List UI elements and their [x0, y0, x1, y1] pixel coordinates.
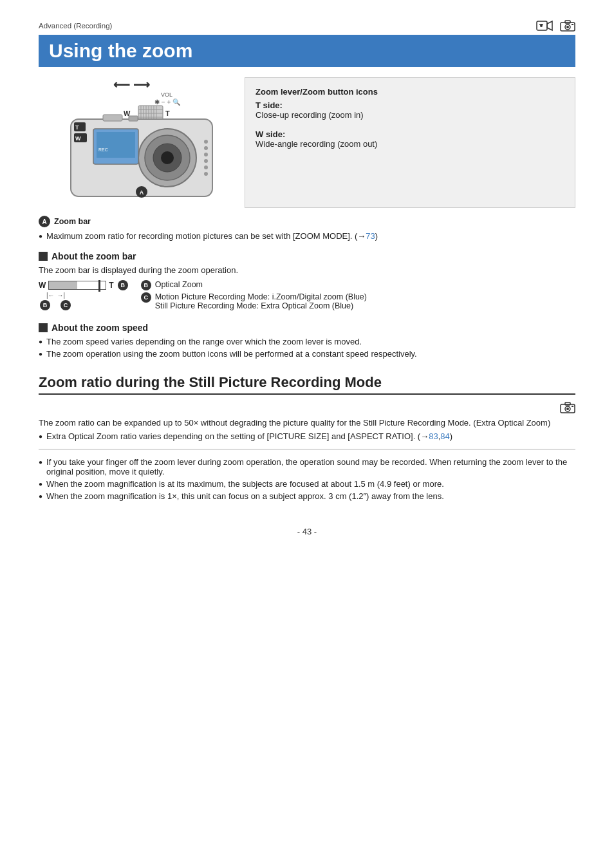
- note-bullet1: If you take your finger off the zoom lev…: [39, 457, 575, 476]
- zoom-bar-bullet: Maximum zoom ratio for recording motion …: [39, 231, 575, 241]
- main-content: ⟵ ⟶ VOL ✱ − + 🔍 W: [39, 77, 575, 208]
- wt-bar-graphic: [48, 281, 106, 290]
- svg-point-51: [566, 408, 569, 410]
- zoom-speed-square-icon: [39, 323, 48, 332]
- page-title: Using the zoom: [49, 40, 565, 62]
- wt-top-row: W T B: [39, 280, 128, 290]
- zoom-speed-section-heading: About the zoom speed: [39, 323, 575, 333]
- zoom-bar-heading-text: About the zoom bar: [51, 251, 136, 261]
- svg-rect-8: [572, 24, 573, 25]
- zoom-bar-label-row: A Zoom bar: [39, 214, 575, 229]
- section-label-text: Advanced (Recording): [39, 22, 112, 30]
- svg-text:A: A: [140, 189, 144, 196]
- svg-point-43: [204, 159, 208, 163]
- svg-rect-3: [539, 24, 543, 25]
- b-badge-top: B: [118, 280, 128, 290]
- zoom-bar-labels: B Optical Zoom C Motion Picture Recordin…: [141, 280, 367, 312]
- header-icons: [535, 19, 575, 32]
- notes-section: If you take your finger off the zoom lev…: [39, 457, 575, 501]
- section-label-row: Advanced (Recording): [39, 19, 575, 32]
- note-bullet3: When the zoom magnification is 1×, this …: [39, 491, 575, 501]
- svg-rect-5: [565, 21, 570, 23]
- svg-rect-32: [97, 132, 135, 158]
- ref-83-link[interactable]: 83: [429, 431, 438, 441]
- note-bullet2: When the zoom magnification is at its ma…: [39, 479, 575, 489]
- svg-text:✱  −  +  🔍: ✱ − + 🔍: [154, 98, 181, 106]
- t-side-label: T side: Close-up recording (zoom in): [256, 100, 564, 120]
- zoom-ratio-bullet1: Extra Optical Zoom ratio varies dependin…: [39, 431, 575, 441]
- camera-svg: ⟵ ⟶ VOL ✱ − + 🔍 W: [39, 77, 232, 206]
- svg-marker-1: [547, 21, 552, 30]
- title-bar: Using the zoom: [39, 35, 575, 67]
- svg-point-30: [161, 151, 174, 164]
- page: Advanced (Recording) Using the zoom: [0, 0, 614, 868]
- svg-rect-49: [565, 402, 570, 405]
- wt-bar-indicator: [98, 280, 100, 292]
- w-side-label: W side: Wide-angle recording (zoom out): [256, 129, 564, 149]
- video-icon: [535, 19, 554, 32]
- svg-point-42: [204, 153, 208, 156]
- camera-icon: [560, 19, 575, 32]
- ref-84-link[interactable]: 84: [440, 431, 449, 441]
- svg-text:REC: REC: [98, 147, 108, 152]
- zoom-bar-label: Zoom bar: [54, 217, 91, 226]
- zoom-bar-subtext: The zoom bar is displayed during the zoo…: [39, 265, 575, 275]
- bottom-circles: B C: [40, 300, 71, 310]
- svg-point-7: [566, 26, 569, 28]
- svg-rect-52: [572, 406, 573, 407]
- camera-diagram: ⟵ ⟶ VOL ✱ − + 🔍 W: [39, 77, 232, 208]
- c-badge-motion: C: [141, 292, 151, 303]
- b-badge-optical: B: [141, 280, 151, 290]
- svg-text:T: T: [165, 109, 170, 117]
- zoom-speed-bullet2: The zoom operation using the zoom button…: [39, 349, 575, 359]
- w-label: W: [39, 281, 46, 290]
- t-label: T: [109, 281, 113, 290]
- svg-point-41: [204, 146, 208, 150]
- c-badge: C: [60, 300, 71, 310]
- svg-point-2: [540, 24, 543, 27]
- still-mode-camera-icon: [560, 401, 575, 414]
- wt-bar-visual: W T B |← →| B C: [39, 280, 128, 310]
- zoom-ratio-intro: The zoom ratio can be expanded up to 50×…: [39, 418, 575, 428]
- b-badge-bottom: B: [40, 300, 50, 310]
- svg-point-44: [204, 165, 208, 169]
- section-square-icon: [39, 252, 48, 261]
- divider: [39, 449, 575, 449]
- zoom-bar-diagram-area: W T B |← →| B C: [39, 280, 575, 312]
- svg-point-40: [204, 140, 208, 144]
- svg-text:W: W: [75, 135, 81, 142]
- svg-text:T: T: [75, 124, 79, 131]
- page-number: - 43 -: [39, 527, 575, 536]
- svg-text:⟵   ⟶: ⟵ ⟶: [113, 79, 150, 91]
- zoom-bar-section-heading: About the zoom bar: [39, 251, 575, 261]
- still-mode-camera-icon-row: [39, 401, 575, 414]
- zoom-speed-heading-text: About the zoom speed: [51, 323, 148, 333]
- svg-point-45: [204, 172, 208, 176]
- ref-73-link[interactable]: 73: [366, 231, 375, 241]
- arrow-row: |← →|: [46, 292, 65, 299]
- a-badge: A: [39, 216, 50, 227]
- optical-zoom-row: B Optical Zoom: [141, 280, 367, 290]
- motion-picture-row: C Motion Picture Recording Mode: i.Zoom/…: [141, 292, 367, 310]
- zoom-info-box: Zoom lever/Zoom button icons T side: Clo…: [245, 77, 575, 208]
- wt-bar-fill: [49, 281, 77, 289]
- svg-rect-47: [129, 116, 138, 121]
- zoom-ratio-title: Zoom ratio during the Still Picture Reco…: [39, 374, 575, 395]
- svg-rect-46: [103, 115, 122, 121]
- zoom-info-title: Zoom lever/Zoom button icons: [256, 87, 564, 97]
- svg-text:VOL: VOL: [161, 91, 172, 98]
- zoom-speed-bullet1: The zoom speed varies depending on the r…: [39, 337, 575, 346]
